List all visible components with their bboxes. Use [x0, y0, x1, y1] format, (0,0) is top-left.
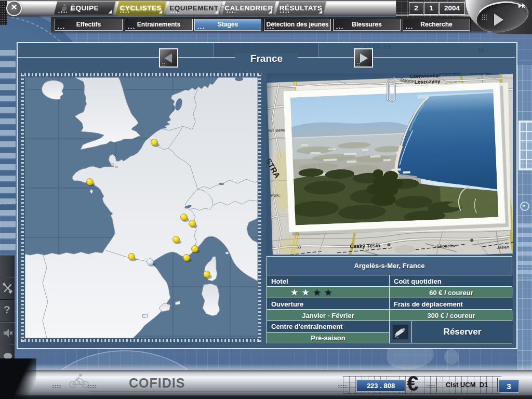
svg-text:33: 33 [296, 245, 301, 249]
svg-text:Jasien.: Jasien. [497, 245, 511, 250]
svg-text:Skoczów: Skoczów [436, 243, 456, 249]
svg-text:Český Těšín: Český Těšín [350, 242, 380, 249]
